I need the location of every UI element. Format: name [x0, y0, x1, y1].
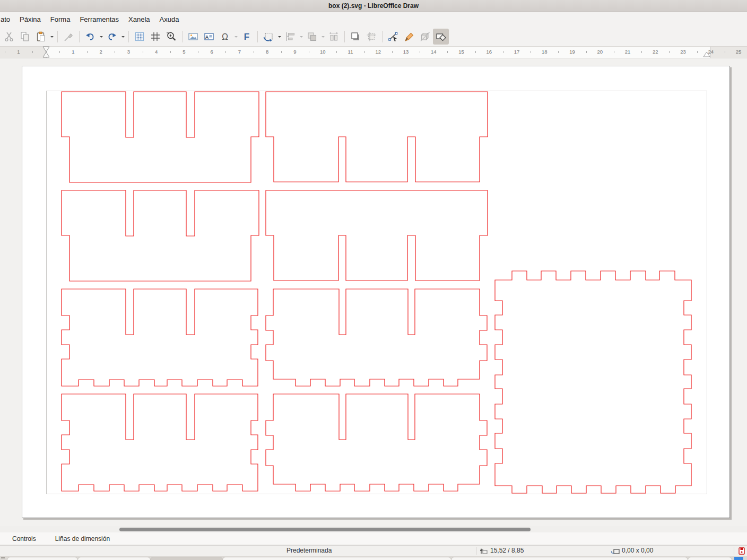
side-panel-slotted-1[interactable] [62, 289, 258, 386]
paste-dropdown[interactable] [49, 29, 55, 45]
shadow-icon [350, 31, 361, 42]
ruler-origin-marker-top[interactable] [43, 47, 49, 52]
zoom-icon [166, 31, 177, 42]
extrusion-icon [419, 31, 431, 42]
transformations-dropdown[interactable] [276, 29, 282, 45]
redo-icon [106, 31, 118, 42]
horizontal-scrollbar[interactable] [0, 526, 747, 532]
shadow-button[interactable] [348, 29, 363, 45]
background-blue-window-edge[interactable] [734, 557, 743, 560]
crop-button[interactable] [363, 29, 379, 45]
redo-button[interactable] [104, 29, 120, 45]
drawing-canvas[interactable] [0, 58, 747, 526]
copy-icon [19, 31, 31, 42]
background-window-tab[interactable] [451, 557, 688, 560]
side-panel-tabbed-2[interactable] [266, 394, 487, 491]
front-panel-1[interactable] [62, 92, 259, 182]
clone-formatting-button[interactable] [60, 29, 76, 45]
side-panel-tabbed-1[interactable] [266, 289, 487, 386]
paste-button[interactable] [33, 29, 49, 45]
menu-item-forma[interactable]: Forma [46, 13, 75, 25]
cursor-position-field[interactable]: 15,52 / 8,85 [490, 546, 524, 556]
show-draw-functions-button[interactable] [433, 29, 449, 45]
statusbar-separator [476, 547, 476, 555]
redo-dropdown[interactable] [120, 29, 126, 45]
undo-icon [84, 31, 96, 42]
selection-size-icon [611, 547, 620, 554]
edit-points-button[interactable] [385, 29, 401, 45]
cut-button[interactable] [1, 29, 17, 45]
insert-textbox-icon: A [203, 31, 215, 42]
align-icon [284, 31, 296, 42]
fontwork-button[interactable]: F [239, 29, 255, 45]
svg-text:Ω: Ω [222, 32, 228, 41]
toolbar-separator [128, 31, 129, 42]
distribute-button[interactable] [326, 29, 342, 45]
extrusion-button[interactable] [417, 29, 433, 45]
snap-guides-button[interactable] [147, 29, 163, 45]
special-character-dropdown [233, 29, 239, 45]
background-window-tab[interactable] [7, 557, 78, 560]
glue-points-button[interactable] [401, 29, 417, 45]
arrange-icon [306, 31, 318, 42]
statusbar-separator [734, 547, 734, 555]
insert-textbox-button[interactable]: A [201, 29, 217, 45]
selection-size-field[interactable]: 0,00 x 0,00 [622, 546, 653, 556]
standard-toolbar: A Ω F [0, 27, 747, 47]
fontwork-icon: F [241, 31, 253, 42]
glue-points-icon [403, 31, 415, 42]
zoom-button[interactable] [163, 29, 179, 45]
menu-item-axuda[interactable]: Axuda [155, 13, 184, 25]
toolbar-separator [382, 31, 383, 42]
layer-tab-controis[interactable]: Controis [12, 535, 36, 542]
paste-icon [35, 31, 47, 42]
ruler-markers [0, 47, 747, 58]
background-window-tab[interactable] [77, 557, 151, 560]
special-character-button[interactable]: Ω [217, 29, 233, 45]
clone-formatting-icon [63, 31, 74, 42]
copy-button[interactable] [17, 29, 33, 45]
layer-bar: Controis Liñas de dimensión [0, 532, 747, 545]
display-grid-button[interactable] [132, 29, 147, 45]
background-window-tab-active[interactable] [150, 557, 223, 560]
toolbar-separator [79, 31, 80, 42]
front-panel-2[interactable] [62, 190, 259, 281]
undo-button[interactable] [82, 29, 98, 45]
ruler-origin-marker-bottom[interactable] [43, 52, 49, 57]
insert-image-button[interactable] [185, 29, 201, 45]
arrange-dropdown [320, 29, 326, 45]
background-window-strip [0, 556, 747, 560]
menu-item-formato[interactable]: ato [0, 13, 15, 25]
insert-image-icon [187, 31, 199, 42]
background-window-tab[interactable] [222, 557, 451, 560]
undo-dropdown[interactable] [98, 29, 104, 45]
layer-tab-linas-de-dimension[interactable]: Liñas de dimensión [55, 535, 110, 542]
svg-text:F: F [244, 32, 249, 42]
arrange-button[interactable] [304, 29, 320, 45]
side-panel-slotted-2[interactable] [62, 394, 258, 491]
back-panel-1[interactable] [266, 92, 488, 182]
menu-item-paxina[interactable]: Páxina [15, 13, 46, 25]
title-bar[interactable]: box (2).svg - LibreOffice Draw [0, 0, 747, 12]
transformations-icon [263, 31, 274, 42]
show-draw-functions-icon [435, 31, 447, 42]
base-panel[interactable] [495, 271, 691, 493]
page-style-field[interactable]: Predeterminada [286, 546, 332, 556]
background-window-tab[interactable] [688, 557, 732, 560]
toolbar-separator [182, 31, 183, 42]
menu-item-xanela[interactable]: Xanela [124, 13, 154, 25]
document-modified-icon[interactable] [739, 547, 745, 555]
back-panel-2[interactable] [266, 190, 488, 281]
menu-item-ferramentas[interactable]: Ferramentas [75, 13, 124, 25]
align-button[interactable] [282, 29, 298, 45]
laser-cut-box-drawing [0, 58, 747, 526]
horizontal-scrollbar-thumb[interactable] [119, 528, 531, 531]
toolbar-separator [57, 31, 58, 42]
window-title: box (2).svg - LibreOffice Draw [328, 2, 419, 10]
horizontal-ruler: 1123456789101112131415161718192021222324… [0, 47, 747, 58]
crop-icon [366, 31, 377, 42]
align-dropdown [298, 29, 304, 45]
menu-bar: ato Páxina Forma Ferramentas Xanela Axud… [0, 12, 747, 27]
ruler-right-margin-marker[interactable] [703, 52, 710, 57]
transformations-button[interactable] [260, 29, 276, 45]
